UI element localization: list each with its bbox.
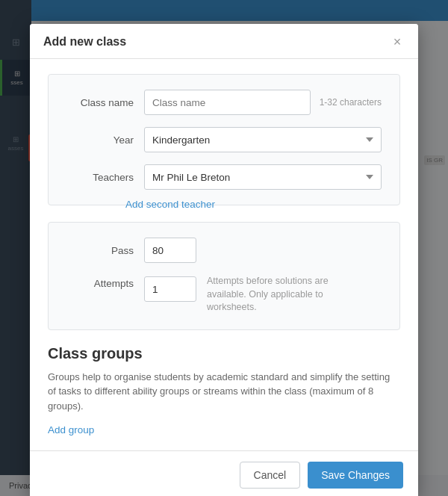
groups-title: Class groups [48,345,400,362]
modal-header: Add new class × [30,24,418,59]
groups-description: Groups help to organise students by acad… [48,370,400,414]
attempts-row: Attempts Attempts before solutions are a… [66,275,382,314]
add-second-teacher-container: Add second teacher [125,198,400,210]
teachers-label: Teachers [66,172,134,183]
class-name-input[interactable] [144,90,311,115]
teachers-row: Teachers Mr Phil Le Breton [66,164,382,190]
attempts-input[interactable] [144,276,196,302]
save-changes-button[interactable]: Save Changes [308,462,403,489]
add-second-teacher-button[interactable]: Add second teacher [125,199,215,210]
modal-title: Add new class [43,35,126,49]
class-name-row: Class name 1-32 characters [66,90,382,115]
modal-body: Class name 1-32 characters Year Kinderga… [30,59,418,450]
form-card: Class name 1-32 characters Year Kinderga… [48,74,400,205]
teachers-select[interactable]: Mr Phil Le Breton [144,164,382,190]
pass-label: Pass [66,245,134,256]
attempts-label: Attempts [66,275,134,289]
pass-row: Pass [66,238,382,263]
add-class-modal: Add new class × Class name 1-32 characte… [30,24,418,496]
year-select[interactable]: Kindergarten Year 1 Year 2 Year 3 Year 4… [144,127,382,152]
class-groups-section: Class groups Groups help to organise stu… [48,345,400,439]
form-card-2: Pass Attempts Attempts before solutions … [48,222,400,330]
year-row: Year Kindergarten Year 1 Year 2 Year 3 Y… [66,127,382,152]
pass-input[interactable] [144,238,196,263]
year-label: Year [66,134,134,146]
close-button[interactable]: × [390,34,405,49]
class-name-hint: 1-32 characters [320,97,382,108]
cancel-button[interactable]: Cancel [240,462,301,489]
modal-footer: Cancel Save Changes [30,450,418,496]
attempts-hint: Attempts before solutions are available.… [207,275,364,314]
class-name-label: Class name [66,97,134,108]
add-group-button[interactable]: Add group [48,424,94,435]
